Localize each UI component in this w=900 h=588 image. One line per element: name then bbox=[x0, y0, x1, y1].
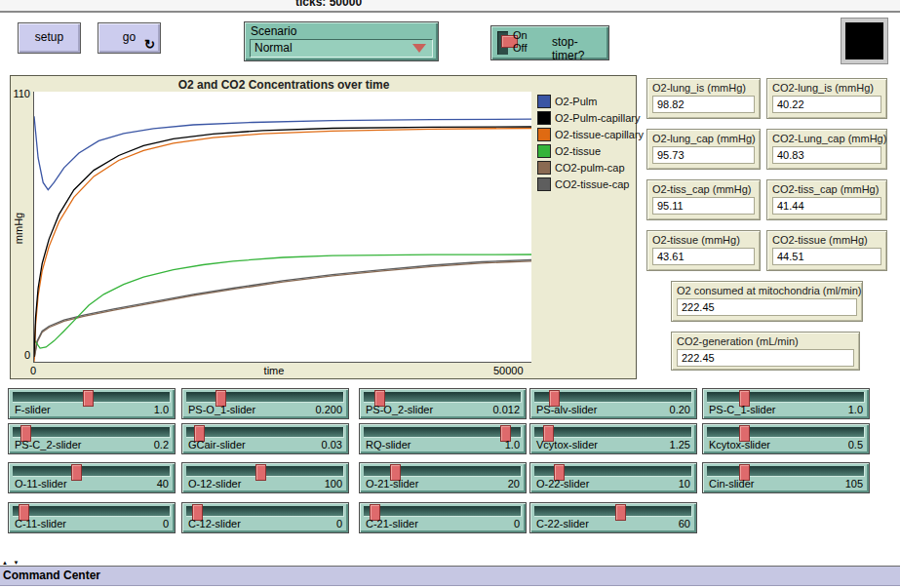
slider-c-21-slider[interactable]: C-21-slider0 bbox=[359, 502, 527, 533]
plot-legend: O2-PulmO2-Pulm-capillaryO2-tissue-capill… bbox=[537, 93, 644, 192]
monitor-value: 98.82 bbox=[652, 96, 755, 113]
slider-track[interactable] bbox=[364, 427, 522, 438]
series-O2-tissue bbox=[34, 255, 531, 348]
monitor-label: CO2-tissue (mmHg) bbox=[772, 234, 868, 246]
slider-o-11-slider[interactable]: O-11-slider40 bbox=[8, 462, 176, 493]
slider-value: 40 bbox=[157, 478, 169, 490]
slider-value: 0 bbox=[336, 518, 342, 529]
monitor-value: 41.44 bbox=[772, 197, 881, 215]
slider-o-21-slider[interactable]: O-21-slider20 bbox=[359, 462, 527, 493]
scenario-chooser-label: Scenario bbox=[251, 24, 296, 38]
series-O2-Pulm-capillary bbox=[34, 127, 531, 357]
scenario-chooser-value[interactable]: Normal bbox=[250, 39, 433, 58]
legend-label: O2-Pulm bbox=[555, 96, 597, 107]
monitor-value: 222.45 bbox=[677, 298, 857, 316]
world-view bbox=[841, 18, 888, 64]
legend-label: O2-tissue bbox=[555, 145, 601, 157]
go-button[interactable]: go ↻ bbox=[98, 22, 161, 54]
slider-label: Vcytox-slider bbox=[536, 439, 598, 451]
slider-o-22-slider[interactable]: O-22-slider10 bbox=[529, 462, 697, 493]
monitor-o2-lung-cap-mmhg-: O2-lung_cap (mmHg)95.73 bbox=[646, 129, 761, 170]
slider-value: 10 bbox=[679, 478, 690, 490]
slider-label: O-21-slider bbox=[366, 478, 418, 490]
slider-o-12-slider[interactable]: O-12-slider100 bbox=[181, 462, 349, 493]
legend-item: CO2-pulm-cap bbox=[537, 159, 644, 176]
switch-on-label: On bbox=[513, 29, 528, 41]
slider-ps-alv-slider[interactable]: PS-alv-slider0.20 bbox=[529, 388, 697, 419]
slider-track[interactable] bbox=[364, 392, 522, 403]
slider-cin-slider[interactable]: Cin-slider105 bbox=[702, 462, 870, 493]
slider-c-12-slider[interactable]: C-12-slider0 bbox=[181, 502, 349, 533]
slider-track[interactable] bbox=[13, 466, 171, 477]
slider-value: 0 bbox=[163, 518, 169, 529]
y-axis-label: mmHg bbox=[13, 213, 24, 244]
slider-rq-slider[interactable]: RQ-slider1.0 bbox=[359, 423, 527, 454]
x-axis-label: time bbox=[11, 365, 537, 376]
stop-timer-switch[interactable]: On Off stop-timer? bbox=[490, 25, 609, 60]
top-strip: ticks: 50000 bbox=[0, 0, 900, 11]
slider-value: 0 bbox=[514, 518, 520, 529]
slider-track[interactable] bbox=[364, 506, 522, 517]
slider-value: 1.0 bbox=[848, 404, 863, 415]
slider-label: PS-alv-slider bbox=[536, 404, 597, 415]
plot-lines bbox=[34, 92, 531, 362]
tick-counter: ticks: 50000 bbox=[295, 0, 432, 8]
slider-track[interactable] bbox=[186, 506, 344, 517]
legend-label: CO2-pulm-cap bbox=[555, 162, 625, 174]
slider-value: 0.012 bbox=[492, 404, 520, 415]
legend-swatch-icon bbox=[537, 177, 551, 191]
slider-track[interactable] bbox=[364, 466, 522, 477]
legend-swatch-icon bbox=[537, 111, 551, 125]
go-button-label: go bbox=[123, 30, 136, 44]
slider-label: Cin-slider bbox=[709, 478, 754, 490]
slider-track[interactable] bbox=[13, 506, 171, 517]
slider-kcytox-slider[interactable]: Kcytox-slider0.5 bbox=[702, 423, 870, 454]
monitor-label: O2-tissue (mmHg) bbox=[652, 234, 740, 246]
monitor-label: O2-lung_cap (mmHg) bbox=[652, 133, 756, 144]
slider-label: RQ-slider bbox=[366, 439, 411, 451]
monitor-o2-tiss-cap-mmhg-: O2-tiss_cap (mmHg)95.11 bbox=[646, 179, 761, 220]
slider-f-slider[interactable]: F-slider1.0 bbox=[8, 388, 176, 419]
monitor-label: CO2-lung_is (mmHg) bbox=[772, 82, 874, 94]
slider-track[interactable] bbox=[13, 427, 171, 438]
slider-track[interactable] bbox=[707, 427, 865, 438]
legend-swatch-icon bbox=[537, 95, 551, 108]
slider-track[interactable] bbox=[186, 427, 344, 438]
slider-ps-c_2-slider[interactable]: PS-C_2-slider0.2 bbox=[8, 423, 176, 454]
monitor-value: 43.61 bbox=[652, 248, 755, 265]
slider-track[interactable] bbox=[707, 392, 865, 403]
scenario-chooser[interactable]: Scenario Normal bbox=[244, 21, 439, 61]
slider-track[interactable] bbox=[534, 427, 692, 438]
slider-label: PS-O_1-slider bbox=[188, 404, 255, 415]
command-center-bar[interactable]: Command Center bbox=[0, 567, 900, 586]
slider-label: C-22-slider bbox=[536, 518, 589, 529]
monitor-label: CO2-tiss_cap (mmHg) bbox=[772, 183, 879, 195]
slider-vcytox-slider[interactable]: Vcytox-slider1.25 bbox=[529, 423, 697, 454]
series-O2-tissue-capillary bbox=[34, 129, 531, 363]
slider-track[interactable] bbox=[186, 392, 344, 403]
slider-ps-o_2-slider[interactable]: PS-O_2-slider0.012 bbox=[359, 388, 527, 419]
monitor-label: O2-tiss_cap (mmHg) bbox=[652, 183, 751, 195]
switch-channel[interactable] bbox=[497, 31, 508, 55]
slider-gcair-slider[interactable]: GCair-slider0.03 bbox=[181, 423, 349, 454]
monitor-value: 95.11 bbox=[652, 197, 755, 215]
switch-name-label: stop-timer? bbox=[552, 35, 608, 62]
slider-ps-o_1-slider[interactable]: PS-O_1-slider0.200 bbox=[181, 388, 349, 419]
switch-off-label: Off bbox=[513, 42, 527, 54]
slider-track[interactable] bbox=[707, 466, 865, 477]
monitor-co2-lung-is-mmhg-: CO2-lung_is (mmHg)40.22 bbox=[766, 78, 887, 119]
legend-item: O2-tissue-capillary bbox=[537, 126, 644, 142]
slider-value: 105 bbox=[845, 478, 863, 490]
slider-c-11-slider[interactable]: C-11-slider0 bbox=[8, 502, 176, 533]
monitor-co2-lung-cap-mmhg-: CO2-Lung_cap (mmHg)40.83 bbox=[766, 129, 887, 170]
slider-c-22-slider[interactable]: C-22-slider60 bbox=[529, 502, 697, 533]
slider-label: O-11-slider bbox=[15, 478, 67, 490]
plot-title: O2 and CO2 Concentrations over time bbox=[11, 78, 557, 92]
legend-swatch-icon bbox=[537, 128, 551, 141]
slider-track[interactable] bbox=[534, 506, 692, 517]
monitor-label: CO2-generation (mL/min) bbox=[677, 335, 799, 347]
setup-button[interactable]: setup bbox=[18, 22, 81, 54]
y-axis-min-label: 0 bbox=[17, 349, 30, 361]
legend-item: O2-Pulm-capillary bbox=[537, 109, 644, 126]
slider-ps-c_1-slider[interactable]: PS-C_1-slider1.0 bbox=[702, 388, 870, 419]
